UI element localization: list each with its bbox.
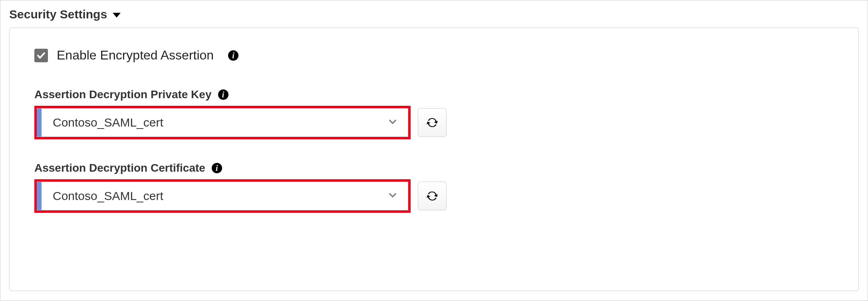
info-icon[interactable]: i [212,163,222,173]
refresh-icon [425,189,439,203]
private-key-value: Contoso_SAML_cert [53,116,163,129]
info-icon[interactable]: i [218,89,228,100]
certificate-select-row: Contoso_SAML_cert [34,179,834,213]
enable-encrypted-assertion-checkbox[interactable] [34,49,48,62]
certificate-refresh-button[interactable] [418,182,447,210]
certificate-label: Assertion Decryption Certificate [34,162,205,174]
private-key-select-row: Contoso_SAML_cert [34,106,834,139]
private-key-select[interactable]: Contoso_SAML_cert [37,108,408,137]
section-header[interactable]: Security Settings [9,8,859,21]
private-key-refresh-button[interactable] [418,108,447,137]
enable-encrypted-assertion-label: Enable Encrypted Assertion [57,48,214,63]
private-key-label-row: Assertion Decryption Private Key i [34,88,834,101]
security-settings-page: Security Settings Enable Encrypted Asser… [0,0,868,301]
caret-down-icon [113,13,121,18]
highlight-box: Contoso_SAML_cert [34,106,411,139]
highlight-box: Contoso_SAML_cert [34,179,411,213]
enable-encrypted-assertion-row: Enable Encrypted Assertion i [34,48,834,63]
certificate-label-row: Assertion Decryption Certificate i [34,162,834,174]
certificate-group: Assertion Decryption Certificate i Conto… [34,162,834,213]
settings-panel: Enable Encrypted Assertion i Assertion D… [9,28,859,291]
private-key-group: Assertion Decryption Private Key i Conto… [34,88,834,139]
certificate-value: Contoso_SAML_cert [53,189,163,203]
private-key-label: Assertion Decryption Private Key [34,88,212,101]
check-icon [36,51,46,60]
chevron-down-icon [387,116,398,130]
chevron-down-icon [387,189,398,203]
certificate-select[interactable]: Contoso_SAML_cert [37,182,408,210]
refresh-icon [425,116,439,129]
info-icon[interactable]: i [228,50,238,61]
section-title: Security Settings [9,8,107,21]
